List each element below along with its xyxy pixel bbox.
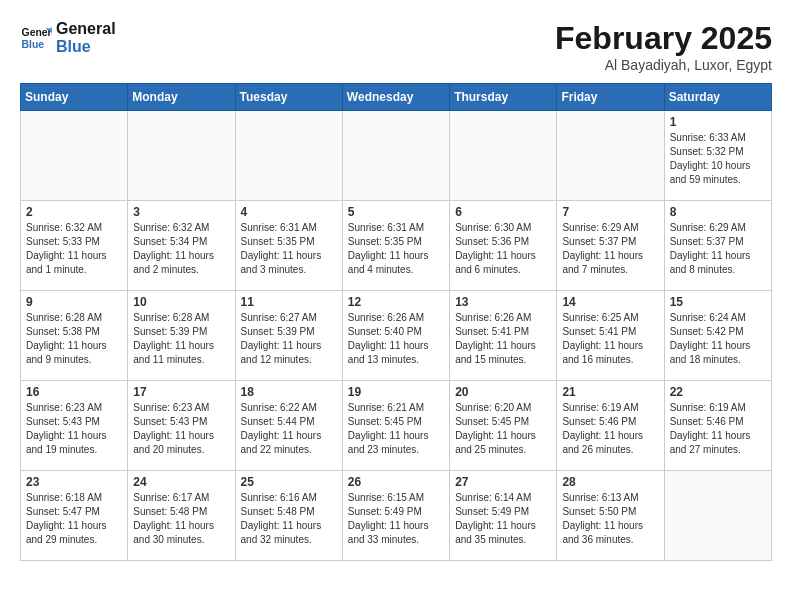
- logo-line1: General: [56, 20, 116, 38]
- day-header-tuesday: Tuesday: [235, 84, 342, 111]
- day-info: Sunrise: 6:17 AM Sunset: 5:48 PM Dayligh…: [133, 491, 229, 547]
- day-number: 20: [455, 385, 551, 399]
- logo-icon: General Blue: [20, 22, 52, 54]
- day-info: Sunrise: 6:16 AM Sunset: 5:48 PM Dayligh…: [241, 491, 337, 547]
- day-info: Sunrise: 6:26 AM Sunset: 5:40 PM Dayligh…: [348, 311, 444, 367]
- day-number: 6: [455, 205, 551, 219]
- calendar-cell: 19Sunrise: 6:21 AM Sunset: 5:45 PM Dayli…: [342, 381, 449, 471]
- day-info: Sunrise: 6:28 AM Sunset: 5:38 PM Dayligh…: [26, 311, 122, 367]
- calendar-cell: 24Sunrise: 6:17 AM Sunset: 5:48 PM Dayli…: [128, 471, 235, 561]
- logo: General Blue General Blue: [20, 20, 116, 57]
- day-header-thursday: Thursday: [450, 84, 557, 111]
- day-info: Sunrise: 6:33 AM Sunset: 5:32 PM Dayligh…: [670, 131, 766, 187]
- day-number: 17: [133, 385, 229, 399]
- day-number: 21: [562, 385, 658, 399]
- calendar-cell: 8Sunrise: 6:29 AM Sunset: 5:37 PM Daylig…: [664, 201, 771, 291]
- day-info: Sunrise: 6:20 AM Sunset: 5:45 PM Dayligh…: [455, 401, 551, 457]
- day-number: 19: [348, 385, 444, 399]
- day-number: 23: [26, 475, 122, 489]
- calendar-cell: 7Sunrise: 6:29 AM Sunset: 5:37 PM Daylig…: [557, 201, 664, 291]
- calendar-cell: 17Sunrise: 6:23 AM Sunset: 5:43 PM Dayli…: [128, 381, 235, 471]
- day-info: Sunrise: 6:21 AM Sunset: 5:45 PM Dayligh…: [348, 401, 444, 457]
- calendar-cell: 13Sunrise: 6:26 AM Sunset: 5:41 PM Dayli…: [450, 291, 557, 381]
- day-number: 9: [26, 295, 122, 309]
- day-number: 15: [670, 295, 766, 309]
- title-block: February 2025 Al Bayadiyah, Luxor, Egypt: [555, 20, 772, 73]
- calendar-table: SundayMondayTuesdayWednesdayThursdayFrid…: [20, 83, 772, 561]
- day-number: 27: [455, 475, 551, 489]
- calendar-cell: 20Sunrise: 6:20 AM Sunset: 5:45 PM Dayli…: [450, 381, 557, 471]
- day-info: Sunrise: 6:32 AM Sunset: 5:33 PM Dayligh…: [26, 221, 122, 277]
- day-headers-row: SundayMondayTuesdayWednesdayThursdayFrid…: [21, 84, 772, 111]
- week-row-4: 16Sunrise: 6:23 AM Sunset: 5:43 PM Dayli…: [21, 381, 772, 471]
- calendar-subtitle: Al Bayadiyah, Luxor, Egypt: [555, 57, 772, 73]
- day-number: 10: [133, 295, 229, 309]
- day-info: Sunrise: 6:31 AM Sunset: 5:35 PM Dayligh…: [241, 221, 337, 277]
- calendar-cell: 27Sunrise: 6:14 AM Sunset: 5:49 PM Dayli…: [450, 471, 557, 561]
- calendar-cell: [557, 111, 664, 201]
- calendar-cell: [342, 111, 449, 201]
- week-row-5: 23Sunrise: 6:18 AM Sunset: 5:47 PM Dayli…: [21, 471, 772, 561]
- day-number: 1: [670, 115, 766, 129]
- calendar-cell: 14Sunrise: 6:25 AM Sunset: 5:41 PM Dayli…: [557, 291, 664, 381]
- day-number: 8: [670, 205, 766, 219]
- calendar-cell: [128, 111, 235, 201]
- day-header-sunday: Sunday: [21, 84, 128, 111]
- calendar-cell: 18Sunrise: 6:22 AM Sunset: 5:44 PM Dayli…: [235, 381, 342, 471]
- calendar-title: February 2025: [555, 20, 772, 57]
- logo-line2: Blue: [56, 38, 116, 56]
- day-number: 3: [133, 205, 229, 219]
- day-info: Sunrise: 6:25 AM Sunset: 5:41 PM Dayligh…: [562, 311, 658, 367]
- day-header-monday: Monday: [128, 84, 235, 111]
- day-info: Sunrise: 6:24 AM Sunset: 5:42 PM Dayligh…: [670, 311, 766, 367]
- day-info: Sunrise: 6:18 AM Sunset: 5:47 PM Dayligh…: [26, 491, 122, 547]
- day-number: 5: [348, 205, 444, 219]
- day-number: 22: [670, 385, 766, 399]
- calendar-cell: 16Sunrise: 6:23 AM Sunset: 5:43 PM Dayli…: [21, 381, 128, 471]
- week-row-1: 1Sunrise: 6:33 AM Sunset: 5:32 PM Daylig…: [21, 111, 772, 201]
- day-number: 12: [348, 295, 444, 309]
- day-number: 26: [348, 475, 444, 489]
- day-info: Sunrise: 6:29 AM Sunset: 5:37 PM Dayligh…: [670, 221, 766, 277]
- day-info: Sunrise: 6:13 AM Sunset: 5:50 PM Dayligh…: [562, 491, 658, 547]
- calendar-cell: 4Sunrise: 6:31 AM Sunset: 5:35 PM Daylig…: [235, 201, 342, 291]
- calendar-cell: 28Sunrise: 6:13 AM Sunset: 5:50 PM Dayli…: [557, 471, 664, 561]
- day-info: Sunrise: 6:31 AM Sunset: 5:35 PM Dayligh…: [348, 221, 444, 277]
- day-header-saturday: Saturday: [664, 84, 771, 111]
- calendar-cell: 25Sunrise: 6:16 AM Sunset: 5:48 PM Dayli…: [235, 471, 342, 561]
- calendar-cell: [664, 471, 771, 561]
- day-info: Sunrise: 6:28 AM Sunset: 5:39 PM Dayligh…: [133, 311, 229, 367]
- calendar-cell: [450, 111, 557, 201]
- day-number: 28: [562, 475, 658, 489]
- day-info: Sunrise: 6:27 AM Sunset: 5:39 PM Dayligh…: [241, 311, 337, 367]
- day-number: 7: [562, 205, 658, 219]
- calendar-cell: 1Sunrise: 6:33 AM Sunset: 5:32 PM Daylig…: [664, 111, 771, 201]
- svg-text:Blue: Blue: [22, 39, 45, 50]
- calendar-cell: 11Sunrise: 6:27 AM Sunset: 5:39 PM Dayli…: [235, 291, 342, 381]
- day-number: 4: [241, 205, 337, 219]
- day-number: 18: [241, 385, 337, 399]
- calendar-cell: 15Sunrise: 6:24 AM Sunset: 5:42 PM Dayli…: [664, 291, 771, 381]
- week-row-2: 2Sunrise: 6:32 AM Sunset: 5:33 PM Daylig…: [21, 201, 772, 291]
- calendar-cell: 5Sunrise: 6:31 AM Sunset: 5:35 PM Daylig…: [342, 201, 449, 291]
- day-number: 2: [26, 205, 122, 219]
- day-info: Sunrise: 6:19 AM Sunset: 5:46 PM Dayligh…: [562, 401, 658, 457]
- calendar-cell: [21, 111, 128, 201]
- calendar-cell: 12Sunrise: 6:26 AM Sunset: 5:40 PM Dayli…: [342, 291, 449, 381]
- day-info: Sunrise: 6:23 AM Sunset: 5:43 PM Dayligh…: [26, 401, 122, 457]
- page-header: General Blue General Blue February 2025 …: [20, 20, 772, 73]
- day-number: 14: [562, 295, 658, 309]
- day-header-friday: Friday: [557, 84, 664, 111]
- calendar-cell: 10Sunrise: 6:28 AM Sunset: 5:39 PM Dayli…: [128, 291, 235, 381]
- day-header-wednesday: Wednesday: [342, 84, 449, 111]
- calendar-cell: 6Sunrise: 6:30 AM Sunset: 5:36 PM Daylig…: [450, 201, 557, 291]
- day-info: Sunrise: 6:19 AM Sunset: 5:46 PM Dayligh…: [670, 401, 766, 457]
- day-info: Sunrise: 6:30 AM Sunset: 5:36 PM Dayligh…: [455, 221, 551, 277]
- day-info: Sunrise: 6:29 AM Sunset: 5:37 PM Dayligh…: [562, 221, 658, 277]
- day-info: Sunrise: 6:32 AM Sunset: 5:34 PM Dayligh…: [133, 221, 229, 277]
- day-info: Sunrise: 6:22 AM Sunset: 5:44 PM Dayligh…: [241, 401, 337, 457]
- day-info: Sunrise: 6:23 AM Sunset: 5:43 PM Dayligh…: [133, 401, 229, 457]
- day-info: Sunrise: 6:15 AM Sunset: 5:49 PM Dayligh…: [348, 491, 444, 547]
- week-row-3: 9Sunrise: 6:28 AM Sunset: 5:38 PM Daylig…: [21, 291, 772, 381]
- calendar-cell: 21Sunrise: 6:19 AM Sunset: 5:46 PM Dayli…: [557, 381, 664, 471]
